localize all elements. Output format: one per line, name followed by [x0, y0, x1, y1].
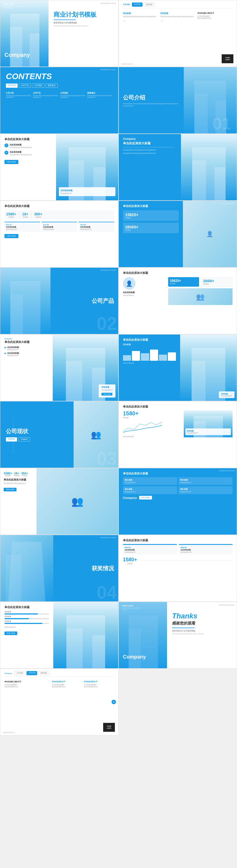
- s21-website: WWW.CANVA.CN: [3, 732, 14, 734]
- s6-subtitle: Company: [123, 137, 173, 141]
- s15-btn[interactable]: 添加小标题: [4, 488, 17, 491]
- s21-col3: 单击此处添加文字 文字是您思想的翻译您是文章的最终决定点: [84, 681, 114, 688]
- slide-16: PRESENTATION /SLIDE 单击此处添加大标题 项目1标题 单击此处…: [119, 468, 237, 535]
- section-title-9: 公司产品: [92, 297, 114, 305]
- part-2: Part 03 此处添加标题 单击此处添加文字: [79, 222, 114, 232]
- logo-tagline: General demonstration template of fresh …: [3, 6, 25, 9]
- s7-btn[interactable]: 添加小标题: [4, 234, 19, 238]
- slide-5: 单击此处添加大标题 ✦ 此处添加标题 单击此处添加文字单击此处添加文字 ✦ 此处…: [0, 134, 119, 200]
- s5-title: 单击此处添加大标题: [4, 137, 52, 141]
- thanks-text: Thanks: [172, 612, 232, 620]
- main-title-cn: 商业计划书模板: [54, 11, 113, 18]
- arrow2: →: [160, 19, 196, 22]
- slide-12: PRESENTATION /SLIDE 单击此处添加大标题 添加标题 此处添加添…: [119, 334, 237, 401]
- section-title-13: 公司现状: [6, 428, 30, 435]
- s14-overlay: 添加标题 单击此处添加文字: [185, 428, 231, 435]
- s13-tab-1[interactable]: 添加标签: [19, 437, 30, 441]
- person-avatar: 👤: [123, 277, 136, 290]
- website: WWW.CANVA.CN: [122, 63, 133, 65]
- slide-8: PRESENTATION /SLIDE 单击此处添加大标题 15820+ 添加标…: [119, 200, 237, 268]
- section-text-4: 单击此处添加文字单击此处添加文字单击此处添加文字单击此处添加文字单击此处添加文字…: [123, 103, 179, 107]
- s12-title: 单击此处添加大标题: [123, 338, 176, 342]
- slide-15: 1580+ 添加标题 18+ 添加标题 360+ 添加标题 单击此处添加大标题 …: [0, 468, 119, 535]
- s7-title: 单击此处添加大标题: [4, 204, 114, 208]
- pres-label-8: PRESENTATION /SLIDE: [219, 203, 235, 205]
- s21-col2: 单击此处添加文字 文字是您思想的翻译您是文章的最终决定点: [52, 681, 82, 688]
- slide-10: 单击此处添加大标题 👤 此处添加标题 单击此处添加文字 19820+ 添加标题 …: [119, 268, 237, 334]
- s19-btn[interactable]: 添加小标题: [4, 631, 17, 635]
- s14-title: 单击此处添加大标题: [123, 405, 233, 409]
- section-num-13: 03: [97, 450, 117, 468]
- s21-tab-2[interactable]: 机构名称: [38, 671, 49, 675]
- s16-item-1: 项目2标题 单击此处添加文字: [178, 477, 233, 485]
- s11-overlay: 添加标题 单击此处添加文字 添加小标题: [99, 384, 115, 398]
- pres-label-3: PRESENTATION /SLIDE: [101, 69, 116, 71]
- s8-title: 单击此处添加大标题: [123, 204, 179, 208]
- s21-company-en: Company: [4, 673, 12, 674]
- slide-6: PRESENTATION /SLIDE Company 单击此处添加大标题 单击…: [119, 134, 237, 200]
- col2: 添加标题 单击此处添加文字单击此处添加文字单击此处添加文字 →: [160, 12, 196, 22]
- s10-stat2: 28400+ 添加标题: [201, 277, 233, 287]
- s21-tab-0[interactable]: 公司名称: [14, 671, 25, 675]
- slide-11: Company 单击此处添加大标题 此处添加标题 单击此处添加文字 此处添加标题…: [0, 334, 119, 401]
- s13-tab-0[interactable]: 添加标签: [6, 437, 17, 441]
- slide-17: PRESENTATION /SLIDE 获奖情况 04: [0, 535, 119, 602]
- bullet1: [4, 347, 6, 348]
- slide-20: YOUR LoCO General demonstration template…: [119, 602, 237, 669]
- s18-part-1: Part 02 此处添加标题 单击此处添加文字: [179, 544, 233, 555]
- slide-2: 公司名称 公司介绍 机构名称 添加标题 单击此处添加文字单击此处添加文字单击此处…: [119, 0, 237, 67]
- tab-org-name[interactable]: 机构名称: [144, 2, 155, 7]
- s16-item-2: 项目3标题 单击此处添加文字: [123, 486, 177, 494]
- s15-stat-0: 1580+ 添加标题: [4, 472, 12, 476]
- part-1: Part 02 此处添加标题 单击此处添加文字: [41, 222, 77, 232]
- logo-area: YOUR LoCO General demonstration template…: [3, 3, 25, 9]
- ctab-3[interactable]: 获奖情况: [46, 84, 58, 88]
- pres-label-17: PRESENTATION /SLIDE: [101, 537, 116, 539]
- logo-text: YOUR LoCO: [3, 3, 25, 5]
- slide-21: Company 公司名称 公司介绍 机构名称 单击此处输入您的文字 文字是您思想…: [0, 669, 119, 735]
- tab-company-intro[interactable]: 公司介绍: [132, 2, 143, 7]
- company-label-16: Company: [123, 496, 137, 499]
- company-label: 公司名称: [123, 3, 130, 6]
- content-item-0: 公司介绍 单击此处添加文字单击此处添加文字单击此处添加文字: [6, 92, 31, 99]
- ctab-2[interactable]: 公司现状: [32, 84, 45, 88]
- slide-7: 单击此处添加大标题 1580+ 添加标题 18+ 添加标题 360+ 添加标题 …: [0, 200, 119, 268]
- s16-item-0: 项目1标题 单击此处添加文字: [123, 477, 177, 485]
- s12-label: 添加标题: [123, 343, 176, 346]
- s10-title: 单击此处添加大标题: [123, 271, 233, 275]
- section-num-9: 02: [97, 314, 117, 333]
- bullet2: [4, 353, 6, 354]
- s16-btn[interactable]: 添加小标题: [139, 496, 152, 499]
- line-chart-svg: [123, 420, 162, 434]
- s21-tab-1[interactable]: 公司介绍: [27, 671, 37, 675]
- ctab-1[interactable]: 公司产品: [19, 84, 31, 88]
- arrow1: →: [123, 19, 158, 22]
- contents-title: CONTENTS: [6, 72, 113, 81]
- s7-stat-2: 360+ 添加标题: [34, 212, 42, 218]
- s11-btn[interactable]: 添加小标题: [101, 393, 112, 396]
- part-0: Part 01 此处添加标题 单击此处添加文字: [4, 222, 40, 232]
- s21-col1: 单击此处输入您的文字 文字是您思想的翻译 您是文章的最终决定点: [4, 681, 50, 688]
- s15-stat-1: 18+ 添加标题: [14, 472, 20, 476]
- s10-photo: 👥: [168, 288, 233, 305]
- slide-4: PRESENTATION /SLIDE 公司介绍 单击此处添加文字单击此处添加文…: [119, 67, 237, 134]
- company-name-left: Company: [4, 52, 30, 58]
- bar-chart: [123, 347, 176, 361]
- plus-btn[interactable]: +: [112, 700, 116, 704]
- s18-stat: 1580+ 添加标题: [123, 557, 137, 564]
- content-item-1: 公司产品 单击此处添加文字单击此处添加文字单击此处添加文字: [33, 92, 58, 99]
- s15-stat-2: 360+ 添加标题: [21, 472, 28, 476]
- col1: 添加标题 单击此处添加文字单击此处添加文字单击此处添加文字 →: [123, 12, 158, 22]
- section-num-17: 04: [97, 583, 117, 601]
- s5-btn[interactable]: 添加小标题: [4, 160, 19, 164]
- slide-18: 单击此处添加大标题 Part 01 此处添加标题 单击此处添加文字 Part 0…: [119, 535, 237, 602]
- ctab-0[interactable]: 公司介绍: [6, 84, 18, 88]
- slide-3: PRESENTATION /SLIDE CONTENTS 公司介绍 公司产品 公…: [0, 67, 119, 134]
- s20-logo-area: YOUR LoCO General demonstration template…: [122, 605, 144, 610]
- pres-label-20: PRESENTATION /SLIDE: [219, 604, 235, 606]
- pres-label: PRESENTATION /SLIDE: [101, 2, 116, 4]
- s16-item-3: 项目4标题 单击此处添加文字: [178, 486, 233, 494]
- section-num-4: 01: [212, 115, 231, 132]
- slide-19: 单击此处添加大标题 添加标题 添加标题 添加标题 此处添加添加内容 添加小标题: [0, 602, 119, 669]
- slide-9: PRESENTATION /SLIDE 公司产品 02: [0, 268, 119, 334]
